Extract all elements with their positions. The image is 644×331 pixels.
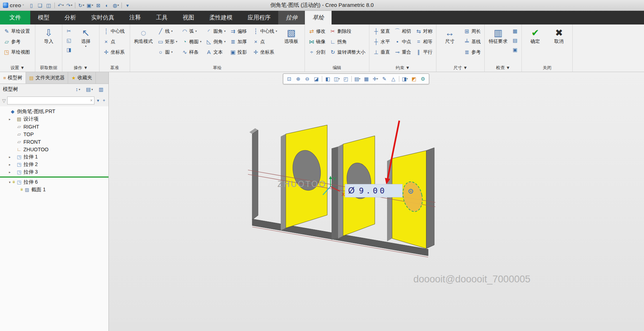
filter-add-button[interactable]: + [102,97,106,104]
ribbon-button[interactable]: 投影 [228,47,250,57]
ok-button[interactable]: 确定 [524,26,546,46]
tree-item[interactable]: ▸ 拉伸 2 [0,161,108,168]
tree-item[interactable]: FRONT [0,138,108,146]
tree-item[interactable]: ZHUOTOO [0,146,108,153]
graphics-viewport[interactable]: Y X [109,72,644,331]
tree-item[interactable]: ▸ 拉伸 3 [0,168,108,176]
constraint-button[interactable]: 相等 [414,36,434,47]
ribbon-button[interactable]: 参考 [462,47,482,57]
zoom-in-button[interactable] [294,75,303,83]
ribbon-button[interactable]: 草绘视图 [2,47,33,57]
close-window-button[interactable]: ⊠ [94,1,102,9]
separator[interactable] [120,1,123,9]
ribbon-button[interactable]: 删除段 [328,26,367,36]
new-file-button[interactable]: ▯ [27,1,35,9]
ribbon-button[interactable]: 样条 [180,47,203,57]
highlight-open-ends-button[interactable] [511,36,519,45]
construction-mode-button[interactable]: 构造模式 [132,26,155,46]
save-button[interactable]: ◫ [45,1,53,9]
separator[interactable] [74,1,76,9]
ribbon-button[interactable]: 拐角 [328,36,367,47]
tree-item[interactable]: ▾ ※ 拉伸 6 [0,178,108,186]
dimension-button[interactable]: 尺寸 [439,26,461,46]
ribbon-tab[interactable]: 柔性建模 [202,11,240,24]
constraint-button[interactable]: 竖直 [372,26,391,36]
cut-button[interactable] [65,27,73,35]
ribbon-button[interactable]: 周长 [462,26,482,36]
tree-columns-button[interactable]: ▾ [85,86,94,93]
dimension-edit-box[interactable]: Ø 9.00 [345,184,403,197]
filter-dropdown-button[interactable]: ▾ [96,97,100,104]
separator[interactable] [321,75,323,83]
tree-expand-arrow[interactable]: ▸ [7,117,12,121]
regenerate-button[interactable]: ↻ ▾ [77,1,85,9]
perspective-button[interactable] [341,75,350,83]
ribbon-tab[interactable]: 工具 [148,11,175,24]
group-label-settings[interactable]: 设置 ▼ [0,65,35,71]
constraint-button[interactable]: 重合 [393,47,413,57]
ribbon-button[interactable]: 旋转调整大小 [328,47,367,57]
render-style-button[interactable]: ◍ ▾ [112,1,120,9]
group-label-constrain[interactable]: 约束 ▼ [369,65,436,71]
ribbon-button[interactable]: 中心线 ▾ [251,26,279,36]
feature-requirements-button[interactable]: 特征要求 [487,26,509,46]
tree-item[interactable]: 倒角笔-图纸.PRT [0,108,108,115]
view-manager-button[interactable] [362,75,371,83]
ribbon-button[interactable]: 文本 [204,47,227,57]
ribbon-tab[interactable]: 分析 [57,11,84,24]
overlapping-geometry-button[interactable] [511,45,519,54]
sketch-setup-button[interactable] [418,75,427,83]
zoom-out-button[interactable] [303,75,312,83]
sketch-orientation-button[interactable] [409,75,418,83]
group-label-operations[interactable]: 操作 ▼ [62,65,99,71]
ribbon-tab[interactable]: 实时仿真 [84,11,122,24]
group-label-dimension[interactable]: 尺寸 ▼ [436,65,484,71]
left-gray-plate[interactable] [252,130,258,220]
open-file-button[interactable]: ❏ [36,1,44,9]
ribbon-button[interactable]: 坐标系 [251,47,279,57]
tree-item[interactable]: ※ 截面 1 [0,186,108,193]
panel-tab[interactable]: 收藏夹 [68,72,96,84]
tree-filters-button[interactable]: ▾ [74,86,82,93]
separator[interactable] [398,75,400,83]
constraint-button[interactable]: 相切 [393,26,413,36]
tree-expand-arrow[interactable]: ▸ [7,170,12,174]
dimension-value-input[interactable]: 9.00 [359,186,387,195]
constraint-button[interactable]: 垂直 [372,47,391,57]
ribbon-button[interactable]: 基线 [462,36,482,47]
ribbon-tab[interactable]: 视图 [175,11,202,24]
spin-center-button[interactable] [389,75,398,83]
group-label-inspect[interactable]: 检查 ▼ [485,65,521,71]
customize-quick-access-button[interactable]: ▾ [124,1,132,9]
mid-gray-plate[interactable] [332,147,338,240]
3d-model-canvas[interactable]: Y X [109,72,644,331]
ribbon-button[interactable]: 线 ▾ [156,26,179,36]
separator[interactable] [53,1,56,9]
sketch-display-button[interactable]: ▾ [400,75,409,83]
ribbon-button[interactable]: 圆 ▾ [156,47,179,57]
ribbon-button[interactable]: 中心线 [102,26,128,36]
app-logo[interactable]: creo ° [3,2,24,8]
tree-expand-arrow[interactable]: ▸ [7,163,12,166]
zoom-region-button[interactable] [285,75,294,83]
palette-button[interactable]: 选项板 [280,26,302,46]
undo-button[interactable]: ↶ ▾ [57,1,65,9]
refit-button[interactable] [312,75,321,83]
annotation-display-button[interactable] [380,75,389,83]
tree-item[interactable]: ▸ 设计项 [0,115,108,123]
constraint-button[interactable]: 对称 [414,26,434,36]
separator[interactable] [350,75,353,83]
windows-button[interactable]: ▣ ▾ [86,1,94,9]
tree-expand-arrow[interactable]: ▾ [7,180,12,184]
paste-button[interactable] [65,45,73,54]
repaint-button[interactable] [323,75,332,83]
insertion-indicator-line[interactable] [0,176,108,178]
select-button[interactable]: 选择 ▾ [75,26,97,49]
tab-sketch-active[interactable]: 草绘 [305,11,332,24]
filter-clear-icon[interactable]: × [90,98,93,103]
ribbon-button[interactable]: 圆角 ▾ [204,26,227,36]
import-button[interactable]: 导入 [37,26,60,46]
ribbon-button[interactable]: 分割 [307,47,327,57]
ribbon-button[interactable]: 点 [102,36,128,47]
panel-tab[interactable]: 文件夹浏览器 [26,72,68,84]
